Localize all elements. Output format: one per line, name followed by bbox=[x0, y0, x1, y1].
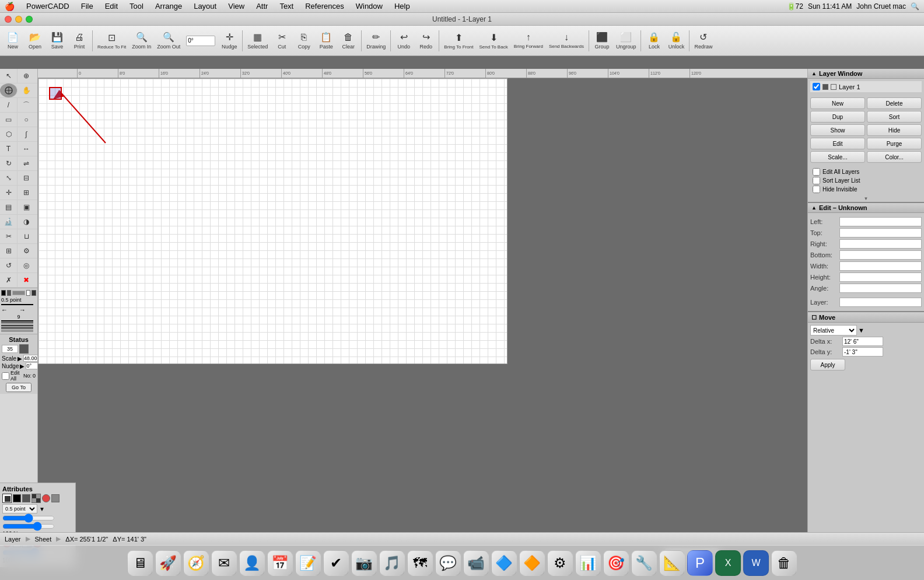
menu-view[interactable]: View bbox=[223, 1, 249, 12]
angle-input[interactable] bbox=[186, 36, 215, 46]
menu-arrange[interactable]: Arrange bbox=[150, 1, 187, 12]
fill-color-black[interactable] bbox=[13, 494, 21, 502]
nudge-value-input[interactable] bbox=[26, 362, 38, 369]
select-tool[interactable]: ↖ bbox=[0, 69, 18, 83]
ungroup-button[interactable]: ⬜ Ungroup bbox=[614, 27, 639, 54]
sort-layer-check[interactable] bbox=[813, 177, 820, 184]
layer-dup-button[interactable]: Dup bbox=[810, 111, 865, 123]
zoom-select-tool[interactable]: ⊕ bbox=[18, 69, 35, 83]
menu-text[interactable]: Text bbox=[275, 1, 298, 12]
line-arrow-left[interactable]: ← bbox=[1, 306, 18, 313]
move-tool[interactable]: ✛ bbox=[0, 186, 18, 200]
dock-app4[interactable]: 📊 bbox=[575, 550, 601, 576]
dock-finder[interactable]: 🖥 bbox=[127, 550, 153, 576]
menu-references[interactable]: References bbox=[300, 1, 348, 12]
color-swatch[interactable] bbox=[12, 291, 25, 295]
send-backwards-button[interactable]: ↓ Send Backwards bbox=[547, 27, 586, 54]
layer-item-1[interactable]: Layer 1 bbox=[810, 81, 922, 92]
minimize-button[interactable] bbox=[15, 16, 22, 23]
open-button[interactable]: 📂 Open bbox=[24, 27, 46, 54]
apply-button[interactable]: Apply bbox=[810, 359, 845, 371]
dock-excel[interactable]: X bbox=[715, 550, 741, 576]
left-field-input[interactable] bbox=[839, 217, 922, 226]
menu-window[interactable]: Window bbox=[351, 1, 387, 12]
undo-button[interactable]: ↩ Undo bbox=[393, 27, 414, 54]
scroll-up-icon[interactable]: ▲ bbox=[811, 71, 817, 76]
dock-reminders[interactable]: ✔ bbox=[323, 550, 349, 576]
width-field-input[interactable] bbox=[839, 261, 922, 271]
save-button[interactable]: 💾 Save bbox=[47, 27, 68, 54]
scale-value-input[interactable] bbox=[23, 355, 38, 362]
stroke-color-swatch[interactable] bbox=[2, 494, 12, 503]
oval-tool[interactable]: ○ bbox=[18, 113, 35, 127]
arc-tool[interactable]: ⌒ bbox=[18, 98, 35, 112]
dock-app3[interactable]: ⚙ bbox=[547, 550, 573, 576]
fill-tool[interactable]: ▣ bbox=[18, 200, 35, 214]
status-value-input[interactable] bbox=[2, 345, 18, 353]
move-mode-select[interactable]: Relative Absolute bbox=[810, 325, 857, 336]
mirror-tool[interactable]: ⇌ bbox=[18, 156, 35, 170]
hand-tool[interactable]: ✋ bbox=[18, 83, 35, 97]
rotate-tool[interactable]: ↻ bbox=[0, 156, 18, 170]
color-dark2[interactable] bbox=[32, 290, 36, 296]
scissors-tool[interactable]: ✂ bbox=[0, 229, 18, 243]
dock-calendar[interactable]: 📅 bbox=[267, 550, 293, 576]
bring-to-front-button[interactable]: ⬆ Bring To Front bbox=[442, 27, 475, 54]
dock-app6[interactable]: 🔧 bbox=[631, 550, 657, 576]
scroll-down-icon[interactable]: ▼ bbox=[808, 195, 924, 202]
bezier-tool[interactable]: ∫ bbox=[18, 127, 35, 141]
dock-contacts[interactable]: 👤 bbox=[239, 550, 265, 576]
apple-menu[interactable]: 🍎 bbox=[5, 2, 15, 11]
dock-music[interactable]: 🎵 bbox=[379, 550, 405, 576]
rotate2-tool[interactable]: ↺ bbox=[0, 258, 18, 272]
scale-arrow[interactable]: ▶ bbox=[18, 355, 22, 362]
bottom-field-input[interactable] bbox=[839, 250, 922, 260]
line-arrow-right[interactable]: → bbox=[19, 306, 36, 313]
dimension-tool[interactable]: ↔ bbox=[18, 142, 35, 156]
layer-purge-button[interactable]: Purge bbox=[867, 138, 922, 149]
fill-color-med[interactable] bbox=[51, 494, 60, 502]
top-field-input[interactable] bbox=[839, 228, 922, 237]
snap-tool[interactable]: ◎ bbox=[18, 258, 35, 272]
dock-notes[interactable]: 📝 bbox=[295, 550, 321, 576]
text-tool[interactable]: T bbox=[0, 142, 18, 156]
dock-messages[interactable]: 💬 bbox=[435, 550, 461, 576]
dock-photos[interactable]: 📷 bbox=[351, 550, 377, 576]
dock-app2[interactable]: 🔶 bbox=[519, 550, 545, 576]
fill-color-grid[interactable] bbox=[32, 494, 41, 503]
fill-color-gray[interactable] bbox=[22, 494, 30, 502]
layer-field-input[interactable] bbox=[839, 298, 922, 307]
go-to-button[interactable]: Go To bbox=[6, 383, 32, 392]
lock-button[interactable]: 🔒 Lock bbox=[643, 27, 664, 54]
dock-safari[interactable]: 🧭 bbox=[183, 550, 209, 576]
drawing-button[interactable]: ✏ Drawing bbox=[364, 27, 388, 54]
search-icon[interactable]: 🔍 bbox=[911, 2, 919, 11]
join-tool[interactable]: ⊔ bbox=[18, 229, 35, 243]
scale-tool[interactable]: ⤡ bbox=[0, 171, 18, 185]
scroll-up-icon2[interactable]: ▲ bbox=[811, 205, 817, 211]
stroke-weight-select[interactable]: 0.5 point 1 point 2 point bbox=[2, 504, 37, 513]
rect-tool[interactable]: ▭ bbox=[0, 113, 18, 127]
nudge-button[interactable]: ✛ Nudge bbox=[219, 27, 240, 54]
dock-maps[interactable]: 🗺 bbox=[407, 550, 433, 576]
dock-mail[interactable]: ✉ bbox=[211, 550, 237, 576]
close-button[interactable] bbox=[5, 16, 12, 23]
clear-button[interactable]: 🗑 Clear bbox=[338, 27, 359, 54]
color-black[interactable] bbox=[1, 290, 6, 296]
menu-powercadd[interactable]: PowerCADD bbox=[22, 1, 74, 12]
hatch-tool[interactable]: ▤ bbox=[0, 200, 18, 214]
fill-color-red-circle[interactable] bbox=[42, 494, 50, 502]
maximize-button[interactable] bbox=[26, 16, 33, 23]
layer-visible-check[interactable] bbox=[813, 83, 820, 90]
right-field-input[interactable] bbox=[839, 239, 922, 249]
redraw-button[interactable]: ↺ Redraw bbox=[692, 27, 715, 54]
reduce-to-fit-button[interactable]: ⊡ Reduce To Fit bbox=[95, 27, 128, 54]
menu-tool[interactable]: Tool bbox=[125, 1, 148, 12]
status-color-box[interactable] bbox=[19, 344, 29, 354]
cursor-tool[interactable] bbox=[0, 83, 18, 97]
layer-new-button[interactable]: New bbox=[810, 97, 865, 109]
layer-sort-button[interactable]: Sort bbox=[867, 111, 922, 123]
dock-facetime[interactable]: 📹 bbox=[463, 550, 489, 576]
menu-attr[interactable]: Attr bbox=[251, 1, 272, 12]
group-button[interactable]: ⬛ Group bbox=[592, 27, 612, 54]
